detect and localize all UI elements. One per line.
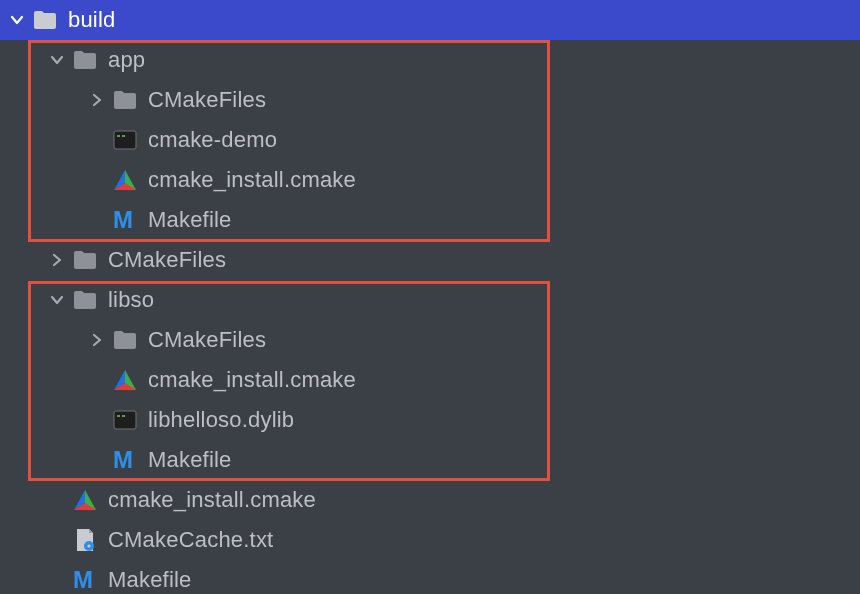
tree-row-libso-dylib[interactable]: libhelloso.dylib bbox=[0, 400, 860, 440]
tree-row-app-cmake-demo[interactable]: cmake-demo bbox=[0, 120, 860, 160]
makefile-icon bbox=[112, 207, 138, 233]
executable-icon bbox=[112, 127, 138, 153]
chevron-placeholder bbox=[46, 489, 68, 511]
tree-row-cmakecache[interactable]: CMakeCache.txt bbox=[0, 520, 860, 560]
tree-label: CMakeFiles bbox=[108, 240, 226, 280]
tree-label: cmake_install.cmake bbox=[108, 480, 316, 520]
tree-row-cmake-install[interactable]: cmake_install.cmake bbox=[0, 480, 860, 520]
tree-row-libso-makefile[interactable]: Makefile bbox=[0, 440, 860, 480]
tree-label: build bbox=[68, 0, 115, 40]
makefile-icon bbox=[112, 447, 138, 473]
folder-icon bbox=[112, 87, 138, 113]
tree-label: CMakeFiles bbox=[148, 80, 266, 120]
tree-row-build[interactable]: build bbox=[0, 0, 860, 40]
tree-row-app[interactable]: app bbox=[0, 40, 860, 80]
tree-label: CMakeFiles bbox=[148, 320, 266, 360]
tree-label: cmake_install.cmake bbox=[148, 360, 356, 400]
executable-icon bbox=[112, 407, 138, 433]
tree-row-app-cmakefiles[interactable]: CMakeFiles bbox=[0, 80, 860, 120]
chevron-placeholder bbox=[86, 449, 108, 471]
chevron-placeholder bbox=[86, 129, 108, 151]
tree-label: cmake-demo bbox=[148, 120, 277, 160]
tree-label: Makefile bbox=[148, 200, 232, 240]
tree-label: app bbox=[108, 40, 145, 80]
file-gear-icon bbox=[72, 527, 98, 553]
project-tree[interactable]: build app CMakeFiles cmake-demo bbox=[0, 0, 860, 594]
tree-label: CMakeCache.txt bbox=[108, 520, 273, 560]
chevron-right-icon[interactable] bbox=[46, 249, 68, 271]
tree-label: cmake_install.cmake bbox=[148, 160, 356, 200]
folder-icon bbox=[72, 47, 98, 73]
tree-label: Makefile bbox=[108, 560, 192, 594]
tree-row-libso[interactable]: libso bbox=[0, 280, 860, 320]
tree-row-app-cmake-install[interactable]: cmake_install.cmake bbox=[0, 160, 860, 200]
tree-row-app-makefile[interactable]: Makefile bbox=[0, 200, 860, 240]
cmake-icon bbox=[112, 167, 138, 193]
chevron-down-icon[interactable] bbox=[6, 9, 28, 31]
chevron-placeholder bbox=[46, 529, 68, 551]
chevron-right-icon[interactable] bbox=[86, 89, 108, 111]
cmake-icon bbox=[112, 367, 138, 393]
chevron-placeholder bbox=[86, 369, 108, 391]
tree-label: libso bbox=[108, 280, 154, 320]
folder-icon bbox=[72, 247, 98, 273]
chevron-placeholder bbox=[86, 409, 108, 431]
chevron-placeholder bbox=[46, 569, 68, 591]
chevron-right-icon[interactable] bbox=[86, 329, 108, 351]
cmake-icon bbox=[72, 487, 98, 513]
tree-row-cmakefiles[interactable]: CMakeFiles bbox=[0, 240, 860, 280]
tree-row-libso-cmakefiles[interactable]: CMakeFiles bbox=[0, 320, 860, 360]
makefile-icon bbox=[72, 567, 98, 593]
chevron-down-icon[interactable] bbox=[46, 49, 68, 71]
chevron-down-icon[interactable] bbox=[46, 289, 68, 311]
tree-label: libhelloso.dylib bbox=[148, 400, 294, 440]
chevron-placeholder bbox=[86, 169, 108, 191]
tree-label: Makefile bbox=[148, 440, 232, 480]
folder-icon bbox=[32, 7, 58, 33]
tree-row-makefile[interactable]: Makefile bbox=[0, 560, 860, 594]
folder-icon bbox=[72, 287, 98, 313]
folder-icon bbox=[112, 327, 138, 353]
chevron-placeholder bbox=[86, 209, 108, 231]
tree-row-libso-cmake-install[interactable]: cmake_install.cmake bbox=[0, 360, 860, 400]
